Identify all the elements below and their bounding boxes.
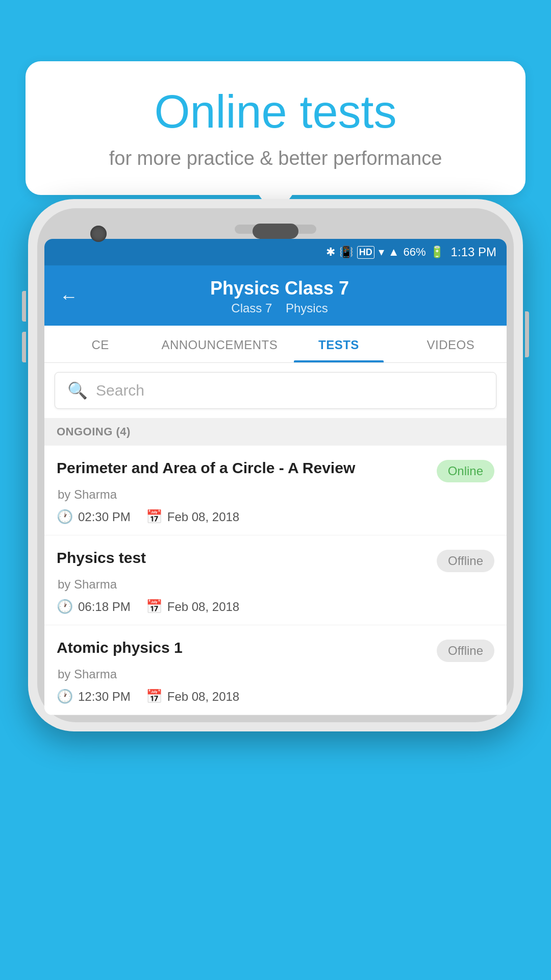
home-button[interactable] (253, 224, 298, 239)
tab-videos[interactable]: VIDEOS (395, 326, 507, 362)
test-author-1: by Sharma (58, 487, 494, 502)
calendar-icon-3: 📅 (146, 689, 162, 704)
header-class: Class 7 (231, 301, 272, 315)
battery-percent: 66% (404, 246, 426, 259)
speech-bubble: Online tests for more practice & better … (26, 61, 525, 195)
tab-bar: CE ANNOUNCEMENTS TESTS VIDEOS (44, 326, 507, 363)
search-icon: 🔍 (67, 381, 88, 400)
bluetooth-icon: ✱ (326, 246, 335, 259)
back-button[interactable]: ← (60, 286, 78, 307)
tab-announcements[interactable]: ANNOUNCEMENTS (156, 326, 283, 362)
test-date-3: 📅 Feb 08, 2018 (146, 689, 239, 704)
search-container: 🔍 Search (44, 363, 507, 418)
phone-screen: ✱ 📳 HD ▾ ▲ 66% 🔋 1:13 PM ← Physics Class… (44, 239, 507, 715)
header-title-area: Physics Class 7 Class 7 Physics (88, 278, 471, 315)
test-time-1: 🕐 02:30 PM (57, 509, 131, 525)
tab-tests[interactable]: TESTS (283, 326, 394, 362)
status-bar: ✱ 📳 HD ▾ ▲ 66% 🔋 1:13 PM (44, 239, 507, 265)
volume-down-button (22, 332, 26, 362)
test-date-1: 📅 Feb 08, 2018 (146, 509, 239, 525)
test-item-2[interactable]: Physics test Offline by Sharma 🕐 06:18 P… (44, 535, 507, 625)
calendar-icon-2: 📅 (146, 599, 162, 615)
wifi-icon: ▾ (379, 246, 384, 259)
test-item-1[interactable]: Perimeter and Area of a Circle - A Revie… (44, 446, 507, 535)
status-badge-3: Offline (437, 640, 494, 662)
phone-outer-shell: ✱ 📳 HD ▾ ▲ 66% 🔋 1:13 PM ← Physics Class… (28, 199, 523, 731)
power-button (525, 311, 529, 357)
test-author-3: by Sharma (58, 667, 494, 681)
status-time: 1:13 PM (451, 245, 496, 259)
status-badge-2: Offline (437, 550, 494, 572)
search-placeholder: Search (96, 382, 144, 399)
front-camera (90, 226, 107, 242)
status-badge-1: Online (437, 460, 494, 482)
battery-icon: 🔋 (430, 246, 444, 259)
test-title-2: Physics test (57, 548, 427, 568)
test-item-header-2: Physics test Offline (57, 548, 494, 572)
section-header-ongoing: ONGOING (4) (44, 418, 507, 446)
test-date-2: 📅 Feb 08, 2018 (146, 599, 239, 615)
test-title-3: Atomic physics 1 (57, 638, 427, 657)
clock-icon-3: 🕐 (57, 689, 73, 704)
app-header: ← Physics Class 7 Class 7 Physics (44, 265, 507, 326)
clock-icon-1: 🕐 (57, 509, 73, 525)
header-subject: Physics (286, 301, 328, 315)
test-item-header-3: Atomic physics 1 Offline (57, 638, 494, 662)
test-item-header-1: Perimeter and Area of a Circle - A Revie… (57, 458, 494, 482)
search-bar[interactable]: 🔍 Search (55, 372, 496, 409)
header-title: Physics Class 7 (88, 278, 471, 299)
test-item-3[interactable]: Atomic physics 1 Offline by Sharma 🕐 12:… (44, 625, 507, 715)
calendar-icon-1: 📅 (146, 509, 162, 525)
test-meta-2: 🕐 06:18 PM 📅 Feb 08, 2018 (57, 599, 494, 615)
phone-inner-shell: ✱ 📳 HD ▾ ▲ 66% 🔋 1:13 PM ← Physics Class… (37, 208, 514, 722)
test-time-2: 🕐 06:18 PM (57, 599, 131, 615)
vibrate-icon: 📳 (339, 246, 353, 259)
test-title-1: Perimeter and Area of a Circle - A Revie… (57, 458, 427, 478)
tab-ce[interactable]: CE (44, 326, 156, 362)
status-icons: ✱ 📳 HD ▾ ▲ 66% 🔋 1:13 PM (326, 245, 496, 259)
test-author-2: by Sharma (58, 577, 494, 592)
signal-icon: ▲ (388, 246, 399, 259)
bubble-content: Online tests for more practice & better … (26, 61, 525, 195)
phone-mockup: ✱ 📳 HD ▾ ▲ 66% 🔋 1:13 PM ← Physics Class… (28, 199, 523, 980)
hd-icon: HD (357, 246, 374, 259)
bubble-subtitle: for more practice & better performance (56, 148, 495, 169)
header-subtitle: Class 7 Physics (88, 301, 471, 315)
phone-top-decorations (44, 215, 507, 239)
test-meta-1: 🕐 02:30 PM 📅 Feb 08, 2018 (57, 509, 494, 525)
test-meta-3: 🕐 12:30 PM 📅 Feb 08, 2018 (57, 689, 494, 704)
test-time-3: 🕐 12:30 PM (57, 689, 131, 704)
volume-up-button (22, 291, 26, 322)
bubble-title: Online tests (56, 87, 495, 137)
clock-icon-2: 🕐 (57, 599, 73, 615)
